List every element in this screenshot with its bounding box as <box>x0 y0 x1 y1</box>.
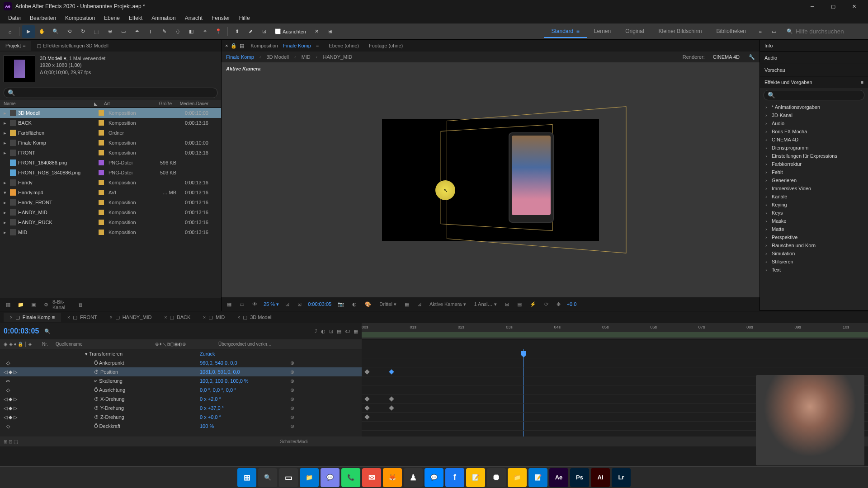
eraser-tool[interactable]: ◧ <box>185 25 198 38</box>
minimize-button[interactable]: ─ <box>802 0 823 13</box>
effect-category[interactable]: › * Animationsvorgaben <box>760 103 868 111</box>
comp-nav-icon[interactable]: ▤ <box>240 43 244 49</box>
taskbar-app-icon[interactable]: ⏺ <box>487 468 506 487</box>
delete-button[interactable]: 🗑 <box>76 300 85 309</box>
current-time[interactable]: 0:00:03:05 <box>308 301 331 307</box>
taskbar-app-icon[interactable]: f <box>445 468 464 487</box>
effect-category[interactable]: › 3D-Kanal <box>760 111 868 119</box>
effect-category[interactable]: › Keys <box>760 209 868 217</box>
timeline-ruler[interactable]: 00s01s02s03s04s05s06s07s08s09s10s <box>362 323 868 339</box>
interpret-footage-button[interactable]: ▦ <box>4 300 13 309</box>
project-item[interactable]: ▾ Handy.mp4 AVI … MB 0:00:13:16 <box>0 188 221 197</box>
keyframe[interactable] <box>389 396 394 401</box>
snap-grid-button[interactable]: ⊞ <box>324 25 337 38</box>
timeline-tab[interactable]: × ▢ MID <box>197 313 231 322</box>
taskbar-app-icon[interactable]: 📝 <box>466 468 485 487</box>
effect-category[interactable]: › Immersives Video <box>760 184 868 192</box>
local-axis-button[interactable]: ⬆ <box>231 25 243 38</box>
project-item[interactable]: FRONT_RGB_1840886.png PNG-Datei 503 KB <box>0 168 221 178</box>
layer-tab[interactable]: Ebene (ohne) <box>325 43 363 48</box>
effect-category[interactable]: › Einstellungen für Expressions <box>760 152 868 160</box>
toggle-switches-button[interactable]: ⊞ ⊡ ⬚ <box>4 439 18 444</box>
effect-category[interactable]: › Keying <box>760 201 868 209</box>
effects-search-input[interactable] <box>764 90 864 100</box>
project-item[interactable]: ▸ Handy_FRONT Komposition 0:00:13:16 <box>0 197 221 207</box>
timeline-tab[interactable]: × ▢ Finale Komp ≡ <box>4 313 61 322</box>
keyframe[interactable] <box>389 369 394 374</box>
effect-controls-tab[interactable]: ▢ Effekteinstellungen 3D Modell <box>31 41 114 51</box>
new-folder-button[interactable]: 📁 <box>16 300 25 309</box>
menu-effekt[interactable]: Effekt <box>124 13 147 23</box>
taskbar-app-icon[interactable]: ▭ <box>279 468 298 487</box>
preview-panel-header[interactable]: Vorschau <box>760 64 868 76</box>
shape-tool[interactable]: ▭ <box>117 25 130 38</box>
effect-category[interactable]: › Dienstprogramm <box>760 144 868 152</box>
timeline-property-row[interactable]: ◇ Ŏ Deckkraft 100 % ⊚ <box>0 422 362 431</box>
bit-depth-button[interactable]: 8-Bit-Kanal <box>54 300 63 309</box>
project-tab[interactable]: Projekt ≡ <box>0 41 31 51</box>
audio-panel-header[interactable]: Audio <box>760 52 868 64</box>
alpha-toggle-button[interactable]: ▦ <box>225 301 233 307</box>
project-item[interactable]: ▸ Farbflächen Ordner <box>0 128 221 138</box>
workspace-tab-kleiner bildschirm[interactable]: Kleiner Bildschirm <box>651 25 709 38</box>
timeline-property-row[interactable]: ◁ ◆ ▷ ⏱ Y-Drehung 0 x +37,0 ° ⊚ <box>0 404 362 413</box>
effect-category[interactable]: › Perspektive <box>760 233 868 241</box>
comp-thumbnail[interactable] <box>4 55 35 82</box>
effect-category[interactable]: › Text <box>760 266 868 274</box>
workspace-tab-original[interactable]: Original <box>618 25 651 38</box>
project-item[interactable]: ▸ FRONT Komposition 0:00:13:16 <box>0 148 221 158</box>
zoom-tool[interactable]: 🔍 <box>49 25 62 38</box>
effect-category[interactable]: › Generieren <box>760 176 868 184</box>
project-item[interactable]: FRONT_1840886.png PNG-Datei 596 KB <box>0 158 221 168</box>
comp-back-icon[interactable]: × <box>225 43 228 48</box>
menu-komposition[interactable]: Komposition <box>61 13 99 23</box>
draft-3d-button[interactable]: 🏷 <box>345 328 350 334</box>
taskbar-app-icon[interactable]: ✉ <box>362 468 381 487</box>
taskbar-app-icon[interactable]: 📁 <box>300 468 319 487</box>
effect-category[interactable]: › Boris FX Mocha <box>760 127 868 136</box>
effect-category[interactable]: › Matte <box>760 225 868 233</box>
renderer-settings-icon[interactable]: 🔧 <box>749 54 755 60</box>
views-dropdown[interactable]: 1 Ansi… ▾ <box>472 301 499 307</box>
brush-tool[interactable]: ✎ <box>158 25 170 38</box>
snap-checkbox[interactable]: Ausrichten <box>271 28 310 34</box>
home-tool[interactable]: ⌂ <box>4 25 16 38</box>
puppet-tool[interactable]: 📍 <box>212 25 225 38</box>
keyframe[interactable] <box>364 396 369 401</box>
graph-editor-button[interactable]: ▤ <box>337 328 341 334</box>
info-panel-header[interactable]: Info <box>760 40 868 52</box>
orbit-tool[interactable]: ⟲ <box>63 25 75 38</box>
composition-breadcrumb[interactable]: Finale Komp ‹ 3D Modell ‹ MID ‹ HANDY_MI… <box>222 52 760 62</box>
timeline-timecode[interactable]: 0:00:03:05 <box>4 327 39 335</box>
motion-blur-button[interactable]: ⊡ <box>329 328 333 334</box>
keyframe[interactable] <box>364 369 369 374</box>
project-item[interactable]: ▸ HANDY_RÜCK Komposition 0:00:13:16 <box>0 217 221 227</box>
zoom-dropdown[interactable]: 25 % ▾ <box>264 301 279 307</box>
close-button[interactable]: ✕ <box>844 0 864 13</box>
fast-preview-button[interactable]: ⚡ <box>528 301 538 307</box>
project-list[interactable]: ▸ 3D Modell Komposition 0:00:10:00 ▸ BAC… <box>0 108 221 298</box>
timeline-property-row[interactable]: ◁ ◆ ▷ ⏱ Position 1081,0, 591,0, 0,0 ⊚ <box>0 367 362 376</box>
camera-tool[interactable]: ⬚ <box>90 25 103 38</box>
timeline-button[interactable]: ⟳ <box>542 301 550 307</box>
effect-category[interactable]: › Stilisieren <box>760 258 868 266</box>
timeline-tab[interactable]: × ▢ BACK <box>158 313 197 322</box>
effect-category[interactable]: › Maske <box>760 217 868 225</box>
timeline-property-row[interactable]: ▾ Transformieren Zurück <box>0 349 362 358</box>
project-search-input[interactable] <box>4 88 217 98</box>
shy-button[interactable]: ⤴ <box>315 328 317 334</box>
workspace-tab-bibliotheken[interactable]: Bibliotheken <box>709 25 753 38</box>
new-comp-button[interactable]: ▣ <box>29 300 38 309</box>
timeline-tab[interactable]: × ▢ 3D Modell <box>231 313 278 322</box>
taskbar-app-icon[interactable]: 📁 <box>508 468 527 487</box>
menu-fenster[interactable]: Fenster <box>207 13 235 23</box>
canvas-frame[interactable]: ↖ <box>382 119 599 241</box>
composition-viewport[interactable]: Aktive Kamera ↖ <box>222 62 760 297</box>
roi-button[interactable]: ⊡ <box>296 301 303 307</box>
3d-view-button[interactable]: ⊡ <box>415 301 423 307</box>
taskbar-app-icon[interactable]: 🔍 <box>258 468 277 487</box>
taskbar-app-icon[interactable]: 📞 <box>341 468 360 487</box>
clone-tool[interactable]: ⬯ <box>171 25 184 38</box>
resolution-button[interactable]: ⊡ <box>283 301 291 307</box>
taskbar-app-icon[interactable]: Lr <box>612 468 631 487</box>
